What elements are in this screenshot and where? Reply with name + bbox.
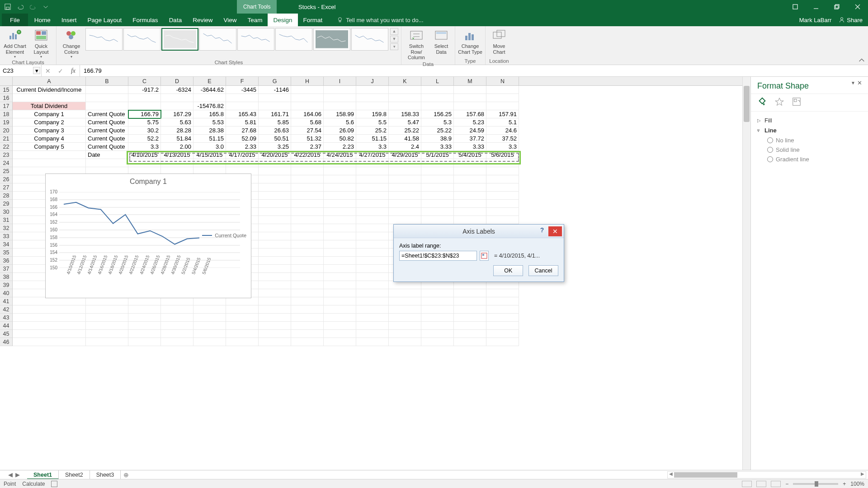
cell[interactable] — [454, 200, 486, 208]
col-header[interactable]: D — [161, 77, 193, 85]
sheet-tab-1[interactable]: Sheet1 — [27, 470, 59, 479]
effects-tab-icon[interactable] — [774, 97, 784, 107]
cell[interactable] — [421, 167, 454, 175]
cell[interactable]: Current Quote — [86, 110, 128, 118]
cell[interactable] — [389, 86, 421, 94]
cell[interactable] — [389, 183, 421, 192]
cell[interactable]: 2.23 — [324, 143, 356, 151]
row-header[interactable]: 28 — [0, 192, 13, 200]
row-header[interactable]: 27 — [0, 183, 13, 192]
cell[interactable] — [259, 289, 291, 297]
cell[interactable] — [324, 265, 356, 273]
cell[interactable] — [356, 224, 389, 232]
cell[interactable]: 52.2 — [128, 135, 161, 143]
cell[interactable]: 52.09 — [226, 135, 259, 143]
tab-view[interactable]: View — [218, 14, 242, 26]
cell[interactable] — [324, 159, 356, 167]
share-button[interactable]: Share — [839, 17, 863, 23]
cell[interactable] — [389, 175, 421, 183]
tab-data[interactable]: Data — [164, 14, 188, 26]
cell[interactable] — [356, 322, 389, 330]
view-page-layout-icon[interactable] — [756, 481, 766, 487]
cell[interactable] — [86, 338, 128, 346]
cell[interactable] — [259, 216, 291, 224]
dialog-help-icon[interactable]: ? — [537, 226, 547, 236]
cell[interactable]: 25.22 — [421, 127, 454, 135]
cell[interactable] — [356, 273, 389, 281]
cell[interactable] — [291, 86, 324, 94]
tab-formulas[interactable]: Formulas — [127, 14, 163, 26]
cell[interactable]: 51.15 — [356, 135, 389, 143]
line-section[interactable]: ▿Line — [757, 125, 862, 135]
row-header[interactable]: 41 — [0, 297, 13, 305]
cell[interactable] — [324, 297, 356, 305]
cell[interactable] — [128, 94, 161, 102]
cell[interactable]: 5.68 — [291, 118, 324, 127]
row-header[interactable]: 24 — [0, 159, 13, 167]
cell[interactable] — [128, 159, 161, 167]
cell[interactable]: -917.2 — [128, 86, 161, 94]
add-chart-element-button[interactable]: +Add Chart Element▾ — [3, 27, 27, 59]
cell[interactable]: 25.22 — [389, 127, 421, 135]
collapse-ribbon-icon[interactable] — [858, 56, 865, 63]
cell[interactable]: Company 4 — [13, 135, 86, 143]
row-header[interactable]: 20 — [0, 127, 13, 135]
cell[interactable]: 41.58 — [389, 135, 421, 143]
row-header[interactable]: 30 — [0, 208, 13, 216]
cell[interactable] — [13, 151, 86, 159]
cell[interactable] — [291, 289, 324, 297]
cell[interactable] — [389, 94, 421, 102]
cell[interactable]: 4/15/2015 — [193, 151, 226, 159]
cell[interactable]: 3.3 — [486, 143, 519, 151]
tab-format[interactable]: Format — [298, 14, 328, 26]
cell[interactable] — [356, 305, 389, 314]
cell[interactable] — [291, 183, 324, 192]
cell[interactable] — [193, 330, 226, 338]
name-box-dropdown-icon[interactable]: ▾ — [33, 67, 40, 74]
cell[interactable] — [486, 338, 519, 346]
row-header[interactable]: 29 — [0, 200, 13, 208]
line-opt-no-line[interactable]: No line — [757, 135, 862, 145]
style-scroll-up[interactable]: ▲ — [390, 28, 398, 35]
cell[interactable]: 156.25 — [421, 110, 454, 118]
cell[interactable]: Current Quote — [86, 143, 128, 151]
cell[interactable] — [226, 297, 259, 305]
tab-review[interactable]: Review — [187, 14, 218, 26]
cell[interactable] — [291, 314, 324, 322]
cell[interactable] — [389, 289, 421, 297]
cell[interactable] — [356, 192, 389, 200]
cell[interactable] — [454, 192, 486, 200]
cell[interactable] — [389, 322, 421, 330]
chart-style-4[interactable] — [199, 28, 236, 51]
cell[interactable] — [193, 305, 226, 314]
cell[interactable] — [324, 224, 356, 232]
cell[interactable]: 26.09 — [324, 127, 356, 135]
pane-menu-icon[interactable]: ▼ — [851, 80, 855, 85]
row-header[interactable]: 45 — [0, 330, 13, 338]
cell[interactable]: 25.2 — [356, 127, 389, 135]
tab-home[interactable]: Home — [29, 14, 56, 26]
cell[interactable] — [356, 102, 389, 110]
ribbon-display-options-icon[interactable] — [785, 0, 806, 14]
cell[interactable]: 28.28 — [161, 127, 193, 135]
cell[interactable] — [324, 86, 356, 94]
cell[interactable]: Current Quote — [86, 118, 128, 127]
fill-line-tab-icon[interactable] — [757, 97, 767, 107]
cell[interactable]: Company 2 — [13, 118, 86, 127]
cell[interactable] — [86, 314, 128, 322]
ok-button[interactable]: OK — [493, 265, 523, 276]
cell[interactable] — [291, 216, 324, 224]
window-restore-icon[interactable] — [826, 0, 847, 14]
cell[interactable]: 167.29 — [161, 110, 193, 118]
cell[interactable] — [291, 200, 324, 208]
cell[interactable]: Total Dividend — [13, 102, 86, 110]
cell[interactable]: 27.54 — [291, 127, 324, 135]
chart-style-2[interactable] — [123, 28, 160, 51]
cell[interactable] — [389, 297, 421, 305]
cell[interactable] — [259, 167, 291, 175]
cell[interactable] — [454, 330, 486, 338]
worksheet-grid[interactable]: A B C D E F G H I J K L M N 15Current Di… — [0, 77, 742, 470]
cell[interactable] — [356, 249, 389, 257]
col-header[interactable]: F — [226, 77, 259, 85]
zoom-in-icon[interactable]: + — [843, 481, 846, 487]
